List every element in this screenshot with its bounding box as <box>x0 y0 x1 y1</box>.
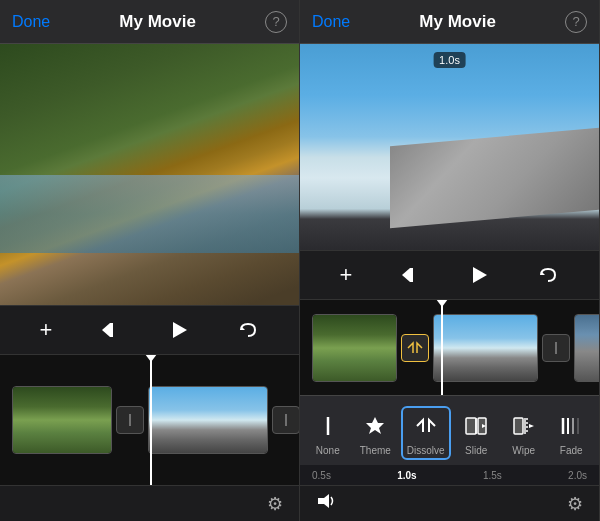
svg-rect-17 <box>514 418 523 434</box>
ruler-20: 2.0s <box>568 470 587 481</box>
right-clips <box>300 300 599 395</box>
dissolve-icon <box>410 410 442 442</box>
left-timeline <box>0 355 299 485</box>
left-undo-button[interactable] <box>231 313 265 347</box>
left-preview <box>0 44 299 305</box>
svg-marker-2 <box>173 322 187 338</box>
svg-marker-25 <box>318 494 329 508</box>
timestamp-badge: 1.0s <box>433 52 466 68</box>
right-panel: Done My Movie ? 1.0s + <box>300 0 600 521</box>
right-add-button[interactable]: + <box>334 256 359 294</box>
none-icon <box>312 410 344 442</box>
right-sky2-clip[interactable] <box>574 314 599 382</box>
fade-label: Fade <box>560 445 583 456</box>
left-settings-icon[interactable]: ⚙ <box>267 493 283 515</box>
left-header: Done My Movie ? <box>0 0 299 44</box>
ruler-10: 1.0s <box>397 470 416 481</box>
left-rewind-button[interactable] <box>93 313 127 347</box>
right-toolbar: + <box>300 250 599 300</box>
transition-picker: None Theme Dissolve <box>300 395 599 485</box>
timeline-ruler: 0.5s 1.0s 1.5s 2.0s <box>300 465 599 485</box>
right-bottom-bar: ⚙ <box>300 485 599 521</box>
right-rewind-button[interactable] <box>393 258 427 292</box>
left-sky-clip[interactable] <box>148 386 268 454</box>
svg-marker-0 <box>102 323 110 337</box>
left-toolbar: + <box>0 305 299 355</box>
theme-label: Theme <box>360 445 391 456</box>
transition-theme[interactable]: Theme <box>353 406 397 460</box>
svg-marker-6 <box>402 268 410 282</box>
theme-icon <box>359 410 391 442</box>
transition-options: None Theme Dissolve <box>300 396 599 465</box>
transition-fade[interactable]: Fade <box>549 406 593 460</box>
left-playhead <box>150 355 152 485</box>
transition-wipe[interactable]: Wipe <box>502 406 546 460</box>
ruler-15: 1.5s <box>483 470 502 481</box>
svg-rect-1 <box>110 323 113 337</box>
right-help-button[interactable]: ? <box>565 11 587 33</box>
left-transition-1[interactable] <box>116 406 144 434</box>
none-label: None <box>316 445 340 456</box>
right-transition-2[interactable] <box>542 334 570 362</box>
right-transition-selected[interactable] <box>401 334 429 362</box>
right-forest-clip[interactable] <box>312 314 397 382</box>
slide-icon <box>460 410 492 442</box>
slide-label: Slide <box>465 445 487 456</box>
wipe-icon <box>508 410 540 442</box>
volume-icon[interactable] <box>316 491 336 516</box>
svg-rect-13 <box>466 418 476 434</box>
svg-marker-19 <box>529 424 534 428</box>
ruler-marks: 0.5s 1.0s 1.5s 2.0s <box>308 470 591 481</box>
left-transition-2[interactable] <box>272 406 299 434</box>
wipe-label: Wipe <box>512 445 535 456</box>
right-settings-icon[interactable]: ⚙ <box>567 493 583 515</box>
left-settings-bar: ⚙ <box>0 485 299 521</box>
fade-icon <box>555 410 587 442</box>
transition-none[interactable]: None <box>306 406 350 460</box>
right-undo-button[interactable] <box>531 258 565 292</box>
left-panel: Done My Movie ? + <box>0 0 300 521</box>
right-sky-clip[interactable] <box>433 314 538 382</box>
svg-marker-8 <box>473 267 487 283</box>
right-header: Done My Movie ? <box>300 0 599 44</box>
ruler-05: 0.5s <box>312 470 331 481</box>
transition-dissolve[interactable]: Dissolve <box>401 406 451 460</box>
left-play-button[interactable] <box>162 313 196 347</box>
dissolve-label: Dissolve <box>407 445 445 456</box>
right-timeline <box>300 300 599 395</box>
transition-slide[interactable]: Slide <box>454 406 498 460</box>
right-title: My Movie <box>419 12 496 32</box>
left-help-button[interactable]: ? <box>265 11 287 33</box>
left-done-button[interactable]: Done <box>12 13 50 31</box>
left-title: My Movie <box>119 12 196 32</box>
svg-rect-7 <box>410 268 413 282</box>
right-playhead <box>441 300 443 395</box>
left-add-button[interactable]: + <box>34 311 59 349</box>
right-play-button[interactable] <box>462 258 496 292</box>
right-done-button[interactable]: Done <box>312 13 350 31</box>
left-forest-clip[interactable] <box>12 386 112 454</box>
svg-marker-12 <box>366 417 384 434</box>
right-preview: 1.0s <box>300 44 599 250</box>
